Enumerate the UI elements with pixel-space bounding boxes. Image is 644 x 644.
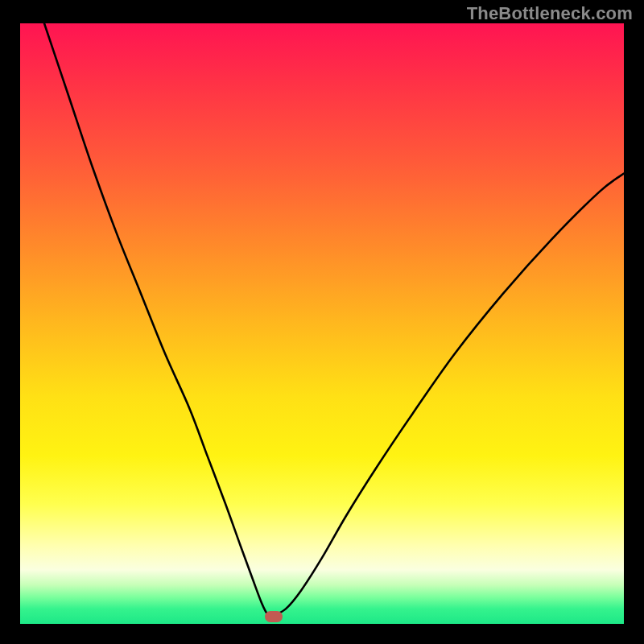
optimum-marker	[265, 611, 283, 622]
bottleneck-curve	[44, 23, 624, 616]
watermark-text: TheBottleneck.com	[467, 3, 633, 24]
chart-frame: TheBottleneck.com	[0, 0, 644, 644]
curve-layer	[20, 23, 624, 624]
plot-area	[20, 23, 624, 624]
